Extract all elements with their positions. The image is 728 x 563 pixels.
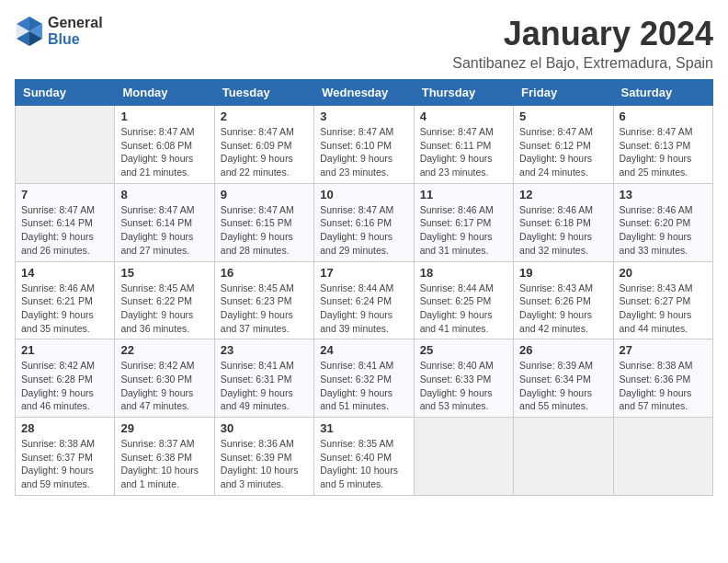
calendar-week-row: 28Sunrise: 8:38 AMSunset: 6:37 PMDayligh… [16,418,713,496]
calendar-cell: 24Sunrise: 8:41 AMSunset: 6:32 PMDayligh… [314,339,414,418]
day-info-line: Sunrise: 8:47 AM [221,126,294,137]
calendar-cell: 6Sunrise: 8:47 AMSunset: 6:13 PMDaylight… [613,106,712,184]
weekday-header-tuesday: Tuesday [214,80,313,106]
day-info: Sunrise: 8:46 AMSunset: 6:21 PMDaylight:… [21,282,108,336]
calendar-cell: 3Sunrise: 8:47 AMSunset: 6:10 PMDaylight… [314,106,414,184]
day-info-line: Daylight: 9 hours [620,309,692,320]
day-info-line: Sunset: 6:11 PM [420,140,492,151]
calendar-cell: 23Sunrise: 8:41 AMSunset: 6:31 PMDayligh… [214,339,313,418]
calendar-week-row: 21Sunrise: 8:42 AMSunset: 6:28 PMDayligh… [16,339,713,418]
day-info-line: and 23 minutes. [320,167,389,178]
day-info-line: Sunset: 6:31 PM [221,373,292,385]
day-info-line: Sunrise: 8:44 AM [320,282,393,293]
day-info-line: Sunset: 6:34 PM [519,373,591,385]
day-info-line: Daylight: 9 hours [21,231,94,242]
day-info-line: and 46 minutes. [21,400,90,411]
weekday-header-saturday: Saturday [613,80,712,106]
day-number: 31 [320,421,407,435]
calendar-cell [414,418,513,496]
calendar-cell [613,418,712,496]
day-info-line: Sunrise: 8:47 AM [519,126,593,137]
calendar-cell: 31Sunrise: 8:35 AMSunset: 6:40 PMDayligh… [314,418,414,496]
day-info-line: Daylight: 9 hours [221,153,293,164]
day-info-line: Sunset: 6:17 PM [420,217,492,228]
day-info-line: Sunrise: 8:47 AM [320,126,393,137]
day-info: Sunrise: 8:47 AMSunset: 6:12 PMDaylight:… [519,125,607,179]
day-info-line: and 44 minutes. [620,323,688,334]
day-info-line: and 31 minutes. [420,245,489,256]
day-number: 1 [120,109,208,123]
day-info-line: and 5 minutes. [320,478,383,489]
day-number: 24 [320,343,407,357]
day-info-line: and 27 minutes. [120,245,189,256]
calendar-cell: 15Sunrise: 8:45 AMSunset: 6:22 PMDayligh… [115,261,214,339]
day-info-line: Sunrise: 8:42 AM [120,360,194,371]
calendar-cell: 13Sunrise: 8:46 AMSunset: 6:20 PMDayligh… [613,183,712,261]
day-number: 3 [320,109,407,123]
day-info-line: and 1 minute. [120,478,179,489]
day-info-line: Sunset: 6:14 PM [120,217,192,228]
day-info-line: Daylight: 9 hours [519,387,592,398]
day-info-line: Daylight: 9 hours [420,309,493,320]
day-info-line: Sunrise: 8:46 AM [21,282,95,293]
day-info-line: Sunrise: 8:35 AM [320,438,393,449]
day-info-line: Daylight: 9 hours [519,231,592,242]
day-info-line: Sunrise: 8:36 AM [221,438,294,449]
day-info: Sunrise: 8:44 AMSunset: 6:25 PMDaylight:… [420,282,507,336]
day-number: 28 [21,421,108,435]
calendar-cell: 22Sunrise: 8:42 AMSunset: 6:30 PMDayligh… [115,339,214,418]
day-info: Sunrise: 8:45 AMSunset: 6:23 PMDaylight:… [221,282,308,336]
day-number: 12 [519,188,607,201]
location-title: Santibanez el Bajo, Extremadura, Spain [452,55,713,72]
day-info-line: Daylight: 9 hours [320,231,392,242]
day-info-line: Sunset: 6:23 PM [221,295,292,306]
day-info-line: Sunset: 6:33 PM [420,373,492,385]
day-info-line: and 32 minutes. [519,245,588,256]
day-info-line: Sunset: 6:32 PM [320,373,392,385]
day-info: Sunrise: 8:42 AMSunset: 6:28 PMDaylight:… [21,359,108,413]
day-info-line: Sunrise: 8:43 AM [620,282,693,293]
logo-text: General Blue [48,15,103,47]
day-info-line: Sunrise: 8:47 AM [21,204,95,215]
day-info-line: Sunrise: 8:45 AM [221,282,294,293]
calendar-cell: 16Sunrise: 8:45 AMSunset: 6:23 PMDayligh… [214,261,313,339]
calendar-cell: 26Sunrise: 8:39 AMSunset: 6:34 PMDayligh… [514,339,613,418]
day-info-line: Sunrise: 8:43 AM [519,282,593,293]
calendar-cell: 25Sunrise: 8:40 AMSunset: 6:33 PMDayligh… [414,339,513,418]
month-title: January 2024 [452,15,713,53]
calendar-cell: 30Sunrise: 8:36 AMSunset: 6:39 PMDayligh… [214,418,313,496]
day-info-line: Sunrise: 8:47 AM [120,126,194,137]
day-number: 22 [120,343,208,357]
day-info-line: and 59 minutes. [21,478,90,489]
day-info-line: Sunrise: 8:47 AM [320,204,393,215]
weekday-header-wednesday: Wednesday [314,80,414,106]
day-info-line: Daylight: 9 hours [420,153,493,164]
day-info: Sunrise: 8:39 AMSunset: 6:34 PMDaylight:… [519,359,607,413]
day-number: 23 [221,343,308,357]
day-info-line: and 57 minutes. [620,400,688,411]
calendar-cell: 9Sunrise: 8:47 AMSunset: 6:15 PMDaylight… [214,183,313,261]
calendar-cell: 11Sunrise: 8:46 AMSunset: 6:17 PMDayligh… [414,183,513,261]
day-info: Sunrise: 8:38 AMSunset: 6:37 PMDaylight:… [21,437,108,491]
day-info: Sunrise: 8:47 AMSunset: 6:14 PMDaylight:… [21,203,108,258]
day-info-line: Sunset: 6:39 PM [221,452,292,463]
logo-icon [15,15,44,48]
day-info: Sunrise: 8:46 AMSunset: 6:20 PMDaylight:… [620,203,707,258]
day-number: 7 [21,188,108,201]
day-info: Sunrise: 8:45 AMSunset: 6:22 PMDaylight:… [120,282,208,336]
day-info-line: Daylight: 9 hours [320,153,392,164]
day-info: Sunrise: 8:47 AMSunset: 6:13 PMDaylight:… [620,125,707,179]
calendar-cell: 21Sunrise: 8:42 AMSunset: 6:28 PMDayligh… [16,339,115,418]
calendar-cell: 12Sunrise: 8:46 AMSunset: 6:18 PMDayligh… [514,183,613,261]
day-info-line: Sunset: 6:27 PM [620,295,691,306]
day-info: Sunrise: 8:35 AMSunset: 6:40 PMDaylight:… [320,437,407,491]
calendar-body: 1Sunrise: 8:47 AMSunset: 6:08 PMDaylight… [16,106,713,496]
day-info-line: Sunrise: 8:47 AM [221,204,294,215]
day-info-line: Daylight: 9 hours [21,309,94,320]
calendar-cell: 28Sunrise: 8:38 AMSunset: 6:37 PMDayligh… [16,418,115,496]
day-info-line: Sunrise: 8:41 AM [221,360,294,371]
day-info-line: Sunrise: 8:41 AM [320,360,393,371]
calendar-cell: 29Sunrise: 8:37 AMSunset: 6:38 PMDayligh… [115,418,214,496]
day-number: 2 [221,109,308,123]
day-number: 21 [21,343,108,357]
